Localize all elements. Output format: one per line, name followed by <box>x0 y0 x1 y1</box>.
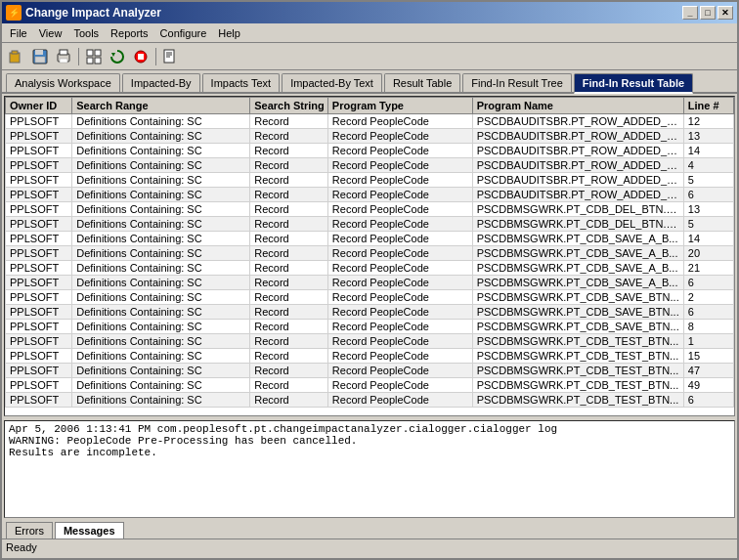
refresh-button[interactable] <box>107 46 128 67</box>
table-cell: Record PeopleCode <box>327 276 472 290</box>
tab-find-in-result-tree[interactable]: Find-In Result Tree <box>462 73 572 92</box>
table-cell: PPLSOFT <box>6 378 72 393</box>
grid-button[interactable] <box>83 46 105 67</box>
table-row[interactable]: PPLSOFTDefinitions Containing: SCRecordR… <box>6 114 734 129</box>
minimize-button[interactable]: _ <box>682 6 698 20</box>
table-cell: PPLSOFT <box>6 320 72 334</box>
table-cell: PSCDBMSGWRK.PT_CDB_DEL_BTN.Fi... <box>472 202 683 217</box>
table-cell: Definitions Containing: SC <box>72 173 250 188</box>
table-cell: 5 <box>683 217 733 232</box>
table-cell: Record PeopleCode <box>327 349 472 364</box>
table-cell: Record <box>250 217 328 232</box>
table-cell: Record PeopleCode <box>327 158 472 173</box>
table-cell: Record PeopleCode <box>327 378 472 393</box>
tab-find-in-result-table[interactable]: Find-In Result Table <box>574 73 693 94</box>
svg-rect-8 <box>87 50 93 56</box>
table-row[interactable]: PPLSOFTDefinitions Containing: SCRecordR… <box>6 261 734 276</box>
col-header-search-string: Search String <box>250 98 328 114</box>
app-icon: ⚡ <box>6 5 22 21</box>
tab-result-table[interactable]: Result Table <box>384 73 460 92</box>
tab-impacted-by-text[interactable]: Impacted-By Text <box>282 73 382 92</box>
table-cell: Record PeopleCode <box>327 188 472 202</box>
table-row[interactable]: PPLSOFTDefinitions Containing: SCRecordR… <box>6 378 734 393</box>
table-cell: Definitions Containing: SC <box>72 305 250 320</box>
table-cell: Definitions Containing: SC <box>72 114 250 129</box>
table-cell: Record <box>250 232 328 246</box>
table-cell: PSCDBMSGWRK.PT_CDB_TEST_BTN... <box>472 334 683 349</box>
col-header-program-type: Program Type <box>327 98 472 114</box>
table-cell: Definitions Containing: SC <box>72 129 250 144</box>
table-row[interactable]: PPLSOFTDefinitions Containing: SCRecordR… <box>6 188 734 202</box>
table-cell: PPLSOFT <box>6 158 72 173</box>
table-cell: Record <box>250 364 328 378</box>
tab-errors[interactable]: Errors <box>6 522 53 538</box>
stop-button[interactable] <box>130 46 152 67</box>
table-row[interactable]: PPLSOFTDefinitions Containing: SCRecordR… <box>6 158 734 173</box>
table-cell: 47 <box>683 364 733 378</box>
export-button[interactable] <box>160 46 182 67</box>
menu-configure[interactable]: Configure <box>154 26 213 40</box>
main-area: Owner ID Search Range Search String Prog… <box>2 94 737 558</box>
table-cell: Record <box>250 202 328 217</box>
table-cell: 21 <box>683 261 733 276</box>
table-cell: Definitions Containing: SC <box>72 246 250 261</box>
table-cell: 5 <box>683 173 733 188</box>
table-cell: Definitions Containing: SC <box>72 188 250 202</box>
table-row[interactable]: PPLSOFTDefinitions Containing: SCRecordR… <box>6 349 734 364</box>
table-row[interactable]: PPLSOFTDefinitions Containing: SCRecordR… <box>6 364 734 378</box>
table-cell: Record <box>250 378 328 393</box>
table-row[interactable]: PPLSOFTDefinitions Containing: SCRecordR… <box>6 246 734 261</box>
table-row[interactable]: PPLSOFTDefinitions Containing: SCRecordR… <box>6 217 734 232</box>
menu-reports[interactable]: Reports <box>105 26 154 40</box>
table-row[interactable]: PPLSOFTDefinitions Containing: SCRecordR… <box>6 334 734 349</box>
table-cell: Record <box>250 320 328 334</box>
table-row[interactable]: PPLSOFTDefinitions Containing: SCRecordR… <box>6 290 734 305</box>
table-row[interactable]: PPLSOFTDefinitions Containing: SCRecordR… <box>6 129 734 144</box>
table-cell: Record <box>250 290 328 305</box>
table-cell: PSCDBMSGWRK.PT_CDB_TEST_BTN... <box>472 364 683 378</box>
table-row[interactable]: PPLSOFTDefinitions Containing: SCRecordR… <box>6 393 734 408</box>
tab-messages[interactable]: Messages <box>55 522 124 538</box>
table-cell: Record PeopleCode <box>327 129 472 144</box>
menu-bar: File View Tools Reports Configure Help <box>2 23 737 43</box>
table-cell: PSCDBMSGWRK.PT_CDB_SAVE_A_B... <box>472 261 683 276</box>
table-row[interactable]: PPLSOFTDefinitions Containing: SCRecordR… <box>6 173 734 188</box>
svg-rect-3 <box>35 50 43 55</box>
open-button[interactable] <box>6 46 27 67</box>
menu-view[interactable]: View <box>33 26 68 40</box>
table-row[interactable]: PPLSOFTDefinitions Containing: SCRecordR… <box>6 320 734 334</box>
menu-file[interactable]: File <box>4 26 33 40</box>
table-cell: Definitions Containing: SC <box>72 378 250 393</box>
save-button[interactable] <box>29 46 51 67</box>
table-row[interactable]: PPLSOFTDefinitions Containing: SCRecordR… <box>6 144 734 158</box>
table-row[interactable]: PPLSOFTDefinitions Containing: SCRecordR… <box>6 305 734 320</box>
table-cell: PSCDBMSGWRK.PT_CDB_TEST_BTN... <box>472 378 683 393</box>
window-title: Change Impact Analyzer <box>25 6 161 20</box>
print-button[interactable] <box>53 46 74 67</box>
title-bar: ⚡ Change Impact Analyzer _ □ ✕ <box>2 2 737 23</box>
result-table-container[interactable]: Owner ID Search Range Search String Prog… <box>4 96 735 416</box>
table-cell: Record PeopleCode <box>327 305 472 320</box>
tab-impacts-text[interactable]: Impacts Text <box>202 73 281 92</box>
table-row[interactable]: PPLSOFTDefinitions Containing: SCRecordR… <box>6 276 734 290</box>
table-cell: PSCDBMSGWRK.PT_CDB_TEST_BTN... <box>472 349 683 364</box>
table-cell: Record <box>250 276 328 290</box>
table-cell: PSCDBMSGWRK.PT_CDB_TEST_BTN... <box>472 393 683 408</box>
table-cell: PPLSOFT <box>6 188 72 202</box>
table-cell: PPLSOFT <box>6 114 72 129</box>
close-button[interactable]: ✕ <box>717 6 733 20</box>
maximize-button[interactable]: □ <box>700 6 716 20</box>
table-body: PPLSOFTDefinitions Containing: SCRecordR… <box>6 114 734 408</box>
tab-impacted-by[interactable]: Impacted-By <box>122 73 200 92</box>
table-cell: 12 <box>683 114 733 129</box>
menu-help[interactable]: Help <box>212 26 246 40</box>
table-cell: Record PeopleCode <box>327 232 472 246</box>
menu-tools[interactable]: Tools <box>67 26 105 40</box>
table-row[interactable]: PPLSOFTDefinitions Containing: SCRecordR… <box>6 232 734 246</box>
table-cell: Definitions Containing: SC <box>72 158 250 173</box>
table-cell: Record <box>250 129 328 144</box>
table-row[interactable]: PPLSOFTDefinitions Containing: SCRecordR… <box>6 202 734 217</box>
tab-analysis-workspace[interactable]: Analysis Workspace <box>6 73 120 92</box>
table-cell: PSCDBAUDITSBR.PT_ROW_ADDED_O... <box>472 144 683 158</box>
table-cell: PPLSOFT <box>6 261 72 276</box>
